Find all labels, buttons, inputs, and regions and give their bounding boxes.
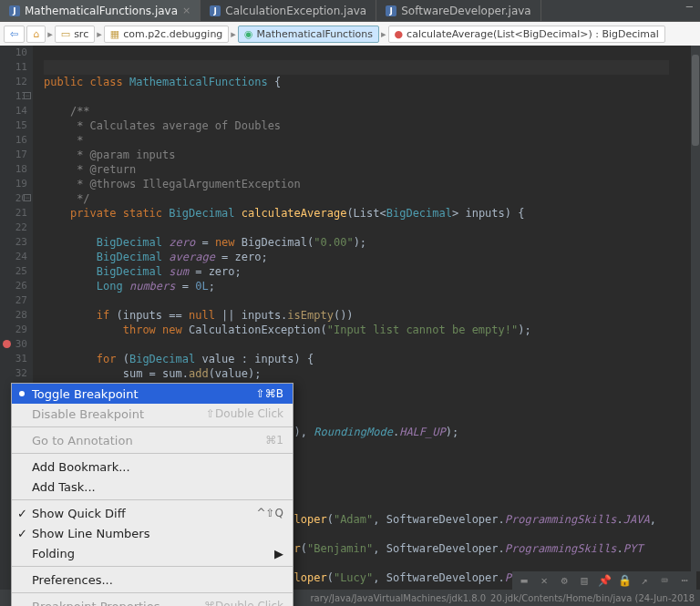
editor-tab-bar: J MathematicalFunctions.java × J Calcula… <box>0 0 700 22</box>
breadcrumb: ⇦ ⌂ ▸ ▭src ▸ ▦com.p2c.debugging ▸ ◉Mathe… <box>0 22 700 46</box>
minimize-icon[interactable]: — <box>679 0 700 21</box>
menu-show-line-numbers[interactable]: ✓ Show Line Numbers <box>12 523 293 543</box>
menu-go-to-annotation: Go to Annotation ⌘1 <box>12 430 293 450</box>
menu-folding[interactable]: Folding ▶ <box>12 543 293 563</box>
java-file-icon: J <box>210 5 221 16</box>
menu-toggle-breakpoint[interactable]: Toggle Breakpoint ⇧⌘B <box>12 384 293 404</box>
menu-show-quick-diff[interactable]: ✓ Show Quick Diff ^⇧Q <box>12 503 293 523</box>
chevron-right-icon: ▸ <box>231 28 236 40</box>
menu-add-task[interactable]: Add Task... <box>12 477 293 497</box>
tab-software-developer[interactable]: J SoftwareDeveloper.java <box>376 0 540 21</box>
menu-disable-breakpoint: Disable Breakpoint ⇧Double Click <box>12 404 293 424</box>
submenu-arrow-icon: ▶ <box>274 547 283 560</box>
scrollbar-thumb[interactable] <box>692 55 699 146</box>
menu-breakpoint-properties: Breakpoint Properties... ⌘Double Click <box>12 596 293 606</box>
status-path: rary/Java/JavaVirtualMachines/jdk1.8.0_2… <box>310 593 695 603</box>
breakpoint-icon[interactable] <box>3 340 11 348</box>
bottom-toolbar: ▬ ✕ ⚙ ▤ 📌 🔒 ↗ ⌨ ⋯ <box>512 571 696 590</box>
close-icon[interactable]: × <box>182 5 190 16</box>
vertical-scrollbar[interactable] <box>691 46 700 571</box>
menu-separator <box>12 592 293 593</box>
chevron-right-icon: ▸ <box>381 28 386 40</box>
check-icon: ✓ <box>17 527 27 540</box>
tab-label: SoftwareDeveloper.java <box>401 5 530 17</box>
menu-preferences[interactable]: Preferences... <box>12 570 293 590</box>
fold-icon[interactable]: – <box>24 92 31 99</box>
breadcrumb-home[interactable]: ⌂ <box>26 26 46 43</box>
breakpoint-dot-icon <box>19 391 25 396</box>
menu-separator <box>12 426 293 427</box>
tab-mathematical-functions[interactable]: J MathematicalFunctions.java × <box>0 0 201 21</box>
menu-separator <box>12 453 293 454</box>
more-icon[interactable]: ⋯ <box>678 574 691 587</box>
breadcrumb-src[interactable]: ▭src <box>55 26 95 43</box>
tab-label: CalculationException.java <box>225 5 366 17</box>
breadcrumb-class[interactable]: ◉MathematicalFunctions <box>238 26 379 43</box>
fold-icon[interactable]: – <box>24 194 31 201</box>
gutter-context-menu: Toggle Breakpoint ⇧⌘B Disable Breakpoint… <box>11 383 293 606</box>
close-all-icon[interactable]: ✕ <box>538 574 551 587</box>
pin-icon[interactable]: 📌 <box>598 574 611 587</box>
menu-separator <box>12 566 293 567</box>
breadcrumb-package[interactable]: ▦com.p2c.debugging <box>104 26 230 43</box>
chevron-right-icon: ▸ <box>47 28 53 40</box>
check-icon: ✓ <box>17 507 27 520</box>
export-icon[interactable]: ↗ <box>638 574 651 587</box>
filter-icon[interactable]: ⚙ <box>558 574 571 587</box>
java-file-icon: J <box>386 5 396 16</box>
java-file-icon: J <box>9 5 20 16</box>
breadcrumb-back[interactable]: ⇦ <box>4 26 25 43</box>
terminal-icon[interactable]: ⌨ <box>658 574 671 587</box>
chevron-right-icon: ▸ <box>97 28 102 40</box>
tab-label: MathematicalFunctions.java <box>25 5 178 17</box>
tab-calculation-exception[interactable]: J CalculationException.java <box>201 0 376 21</box>
lock-icon[interactable]: 🔒 <box>618 574 631 587</box>
console-icon[interactable]: ▤ <box>578 574 591 587</box>
menu-separator <box>12 499 293 500</box>
menu-add-bookmark[interactable]: Add Bookmark... <box>12 457 293 477</box>
remove-icon[interactable]: ▬ <box>518 574 530 587</box>
breadcrumb-method[interactable]: ●calculateAverage(List<BigDecimal>) : Bi… <box>388 26 665 43</box>
